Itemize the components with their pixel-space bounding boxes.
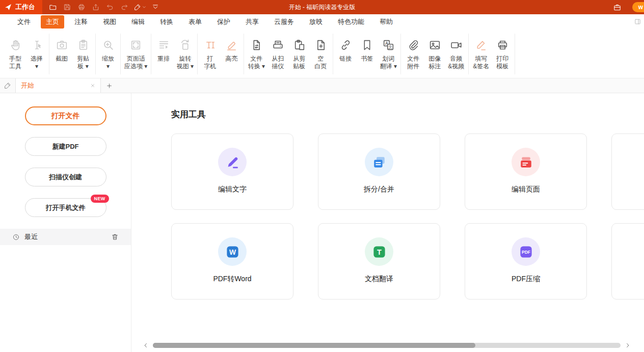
highlighter-icon bbox=[225, 39, 238, 51]
tool-image-annotation[interactable]: 图像 标注 bbox=[424, 34, 445, 74]
tool-audio-video[interactable]: 音频 &视频 bbox=[445, 34, 467, 74]
tool-label: 从剪 贴板 bbox=[293, 55, 305, 70]
scrollbar-thumb[interactable] bbox=[153, 343, 475, 348]
tool-label: 填写 &签名 bbox=[473, 55, 489, 70]
trash-icon[interactable] bbox=[111, 233, 119, 241]
tool-label: 重排 bbox=[157, 55, 170, 63]
pen-mode-button[interactable] bbox=[0, 78, 15, 93]
tool-bookmark[interactable]: 书签 bbox=[356, 34, 378, 74]
card-row: WPDF转WordT文档翻译PDFPDF压缩 bbox=[171, 223, 644, 300]
tool-select-tool[interactable]: 选择 ▾ bbox=[26, 34, 47, 74]
tool-hand-tool[interactable]: 手型 工具 bbox=[5, 34, 26, 74]
tool-label: 音频 &视频 bbox=[448, 55, 464, 70]
tool-print-template[interactable]: 打印 模板 bbox=[492, 34, 513, 74]
bookmark-icon bbox=[361, 39, 373, 51]
tool-rotate-view[interactable]: 旋转 视图 ▾ bbox=[174, 34, 196, 74]
open-file-button[interactable] bbox=[46, 1, 60, 13]
tool-word-translate[interactable]: A文划词 翻译 ▾ bbox=[378, 34, 399, 74]
new-tab-button[interactable] bbox=[101, 78, 117, 93]
menu-form[interactable]: 表单 bbox=[183, 15, 207, 29]
card-split-merge[interactable]: 拆分/合并 bbox=[318, 133, 440, 210]
create-from-scanner-button[interactable]: 扫描仪创建 bbox=[25, 168, 106, 186]
print-button[interactable] bbox=[75, 1, 88, 13]
tool-highlight[interactable]: 高亮 bbox=[221, 34, 242, 74]
save-button[interactable] bbox=[61, 1, 74, 13]
menu-file[interactable]: 文件 bbox=[12, 15, 36, 29]
tool-clipboard[interactable]: 剪贴 板 ▾ bbox=[72, 34, 94, 74]
member-button-label: w bbox=[638, 4, 643, 11]
card-pdf-compress[interactable]: PDFPDF压缩 bbox=[465, 223, 587, 300]
card-doc-translate[interactable]: T文档翻译 bbox=[318, 223, 440, 300]
card-row: 编辑文字拆分/合并编辑页面 bbox=[171, 133, 644, 210]
ribbon-group: 文件 转换 ▾从扫 描仪从剪 贴板空 白页 bbox=[244, 34, 333, 74]
member-button[interactable]: w bbox=[632, 2, 644, 12]
redo-button[interactable] bbox=[118, 1, 131, 13]
menu-protect[interactable]: 保护 bbox=[212, 15, 235, 29]
share-button[interactable] bbox=[89, 1, 102, 13]
pen-icon bbox=[4, 82, 12, 90]
undo-button[interactable] bbox=[103, 1, 117, 13]
menu-help[interactable]: 帮助 bbox=[374, 15, 398, 29]
new-badge: NEW bbox=[91, 195, 109, 203]
chevron-right-icon[interactable] bbox=[625, 342, 631, 348]
ribbon-group: 文件 附件图像 标注音频 &视频 bbox=[401, 34, 469, 74]
svg-text:PDF: PDF bbox=[522, 249, 530, 254]
sidebar: 打开文件新建PDF扫描仪创建打开手机文件NEW 最近 bbox=[0, 93, 131, 352]
tool-file-convert[interactable]: 文件 转换 ▾ bbox=[246, 34, 267, 74]
menu-special-features[interactable]: 特色功能 bbox=[333, 15, 369, 29]
card-partial[interactable] bbox=[611, 223, 644, 300]
chevron-left-icon[interactable] bbox=[143, 342, 149, 348]
menu-home[interactable]: 主页 bbox=[41, 15, 64, 29]
tool-label: 书签 bbox=[361, 55, 373, 63]
pen-tools-button[interactable] bbox=[132, 1, 148, 13]
tab-label: 开始 bbox=[21, 81, 34, 90]
tool-from-scanner[interactable]: 从扫 描仪 bbox=[267, 34, 288, 74]
tool-label: 缩放 ▾ bbox=[102, 55, 114, 70]
menu-cloud-service[interactable]: 云服务 bbox=[269, 15, 299, 29]
tool-label: 打印 模板 bbox=[496, 55, 508, 70]
tool-page-fit-options[interactable]: 页面适 应选项 ▾ bbox=[122, 34, 149, 74]
tool-label: 空 白页 bbox=[314, 55, 327, 70]
menu-convert[interactable]: 转换 bbox=[155, 15, 178, 29]
scrollbar-track[interactable] bbox=[153, 343, 621, 348]
menu-slideshow[interactable]: 放映 bbox=[304, 15, 328, 29]
tool-link[interactable]: 链接 bbox=[335, 34, 356, 74]
horizontal-scrollbar bbox=[143, 342, 631, 349]
menu-comment[interactable]: 注释 bbox=[69, 15, 93, 29]
customize-toolbar-button[interactable] bbox=[149, 1, 162, 13]
workspace-label: 工作台 bbox=[15, 3, 35, 12]
window-title: 开始 - 福昕阅读器专业版 bbox=[289, 3, 356, 12]
panel-toggle-icon bbox=[634, 18, 641, 25]
menu-view[interactable]: 视图 bbox=[98, 15, 121, 29]
tool-file-attachment[interactable]: 文件 附件 bbox=[403, 34, 424, 74]
tab-start[interactable]: 开始 bbox=[15, 78, 101, 93]
workspace-switch-button[interactable] bbox=[610, 1, 624, 13]
tool-zoom[interactable]: 缩放 ▾ bbox=[97, 34, 119, 74]
tool-typewriter[interactable]: 打 字机 bbox=[199, 34, 221, 74]
tool-blank-page[interactable]: 空 白页 bbox=[310, 34, 331, 74]
card-icon-circle: T bbox=[365, 237, 393, 266]
menu-share[interactable]: 共享 bbox=[240, 15, 264, 29]
close-tab-icon[interactable] bbox=[90, 83, 95, 88]
menu-edit[interactable]: 编辑 bbox=[126, 15, 150, 29]
panel-toggle-button[interactable] bbox=[634, 18, 643, 26]
card-edit-text[interactable]: 编辑文字 bbox=[171, 133, 293, 210]
tool-snapshot[interactable]: 截图 bbox=[51, 34, 72, 74]
tool-fill-sign[interactable]: 填写 &签名 bbox=[470, 34, 492, 74]
recent-row[interactable]: 最近 bbox=[0, 229, 131, 245]
fill-sign-icon bbox=[475, 39, 488, 51]
open-file-button[interactable]: 打开文件 bbox=[25, 106, 106, 125]
card-edit-pages[interactable]: 编辑页面 bbox=[465, 133, 587, 210]
card-pdf-to-word[interactable]: WPDF转Word bbox=[171, 223, 293, 300]
tool-label: 从扫 描仪 bbox=[272, 55, 284, 70]
workspace-button[interactable]: 工作台 bbox=[0, 0, 42, 14]
tool-from-clipboard[interactable]: 从剪 贴板 bbox=[288, 34, 310, 74]
ribbon-group: 缩放 ▾ bbox=[96, 34, 121, 74]
tool-label: 选择 ▾ bbox=[31, 55, 43, 70]
card-label: 编辑文字 bbox=[218, 185, 247, 194]
tool-reflow[interactable]: 重排 bbox=[153, 34, 174, 74]
open-mobile-file-button[interactable]: 打开手机文件NEW bbox=[25, 198, 106, 217]
new-pdf-button[interactable]: 新建PDF bbox=[25, 137, 106, 156]
video-icon bbox=[450, 39, 463, 51]
card-partial[interactable] bbox=[611, 133, 644, 210]
